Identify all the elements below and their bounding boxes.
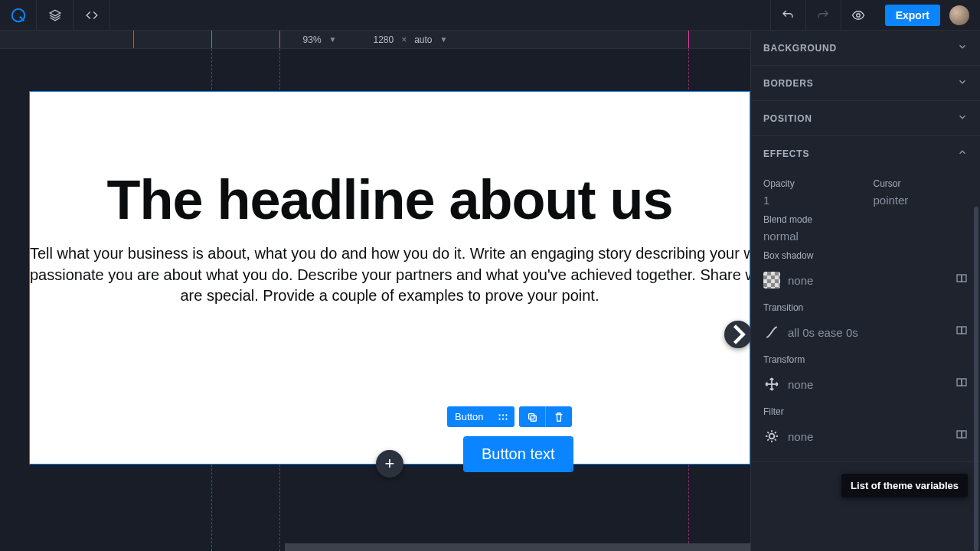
effects-body: Opacity 1 Cursor pointer Blend mode norm… <box>751 171 980 461</box>
section-title: EFFECTS <box>763 148 809 159</box>
section-title: BACKGROUND <box>763 43 837 54</box>
book-icon[interactable] <box>956 272 968 288</box>
section-card[interactable]: The headline about us Tell what your bus… <box>29 91 750 465</box>
section-head-borders[interactable]: BORDERS <box>751 66 980 100</box>
headline-text[interactable]: The headline about us <box>30 168 750 231</box>
brightness-icon[interactable] <box>763 428 780 445</box>
ruler-guide-magenta-2[interactable] <box>279 31 280 48</box>
height-caret-icon[interactable]: ▼ <box>440 35 448 44</box>
book-icon[interactable] <box>956 324 968 340</box>
properties-panel: BACKGROUND BORDERS POSITION EFFECTS Opac… <box>750 31 980 551</box>
paragraph-text[interactable]: Tell what your business is about, what y… <box>30 243 750 307</box>
top-bar: Export <box>0 0 980 31</box>
move-icon[interactable] <box>763 376 780 393</box>
undo-button[interactable] <box>770 0 805 31</box>
selection-actions <box>519 406 572 427</box>
filter-label: Filter <box>763 406 968 417</box>
ruler-guide-blue[interactable] <box>133 31 134 48</box>
selection-label: Button <box>447 406 492 427</box>
svg-point-2 <box>498 414 500 416</box>
section-head-background[interactable]: BACKGROUND <box>751 31 980 65</box>
cursor-input[interactable]: pointer <box>874 194 969 207</box>
svg-point-3 <box>501 414 503 416</box>
transform-input[interactable]: none <box>788 378 948 391</box>
svg-point-5 <box>498 418 500 419</box>
chevron-down-icon <box>957 112 968 125</box>
box-shadow-label: Box shadow <box>763 250 968 261</box>
box-shadow-input[interactable]: none <box>788 274 948 287</box>
book-icon[interactable] <box>956 377 968 392</box>
svg-rect-9 <box>531 416 536 421</box>
canvas[interactable]: The headline about us Tell what your bus… <box>0 49 750 551</box>
drag-handle-icon[interactable] <box>492 407 514 427</box>
transform-label: Transform <box>763 354 968 365</box>
app-logo[interactable] <box>0 0 37 31</box>
svg-point-4 <box>505 414 507 416</box>
blend-mode-label: Blend mode <box>763 214 968 225</box>
blend-mode-input[interactable]: normal <box>763 230 968 243</box>
chevron-up-icon <box>957 147 968 160</box>
dimension-separator: × <box>401 34 407 45</box>
filter-input[interactable]: none <box>788 430 948 443</box>
section-head-effects[interactable]: EFFECTS <box>751 136 980 171</box>
chevron-down-icon <box>957 41 968 54</box>
button-element[interactable]: Button text <box>465 438 572 471</box>
chevron-down-icon <box>957 77 968 90</box>
canvas-height-value[interactable]: auto <box>414 34 432 45</box>
easing-icon[interactable] <box>763 324 780 341</box>
ruler-guide-magenta-3[interactable] <box>688 31 689 48</box>
opacity-label: Opacity <box>763 178 858 189</box>
preview-button[interactable] <box>841 0 876 31</box>
ruler-guide-magenta[interactable] <box>211 31 212 48</box>
transition-input[interactable]: all 0s ease 0s <box>788 326 948 339</box>
svg-point-6 <box>501 418 503 419</box>
avatar[interactable] <box>949 5 969 25</box>
ruler-bar: 93% ▼ 1280 × auto ▼ <box>0 31 750 49</box>
zoom-value[interactable]: 93% <box>303 34 322 45</box>
opacity-input[interactable]: 1 <box>763 194 858 207</box>
add-section-button[interactable]: + <box>376 450 403 478</box>
book-icon[interactable] <box>956 429 968 444</box>
zoom-caret-icon[interactable]: ▼ <box>329 35 337 44</box>
toggle-panel-button[interactable] <box>724 321 750 348</box>
panel-scrollbar[interactable] <box>974 207 978 551</box>
section-title: BORDERS <box>763 78 814 89</box>
transition-label: Transition <box>763 302 968 313</box>
box-shadow-swatch[interactable] <box>763 272 780 289</box>
section-title: POSITION <box>763 113 812 124</box>
code-button[interactable] <box>74 0 110 31</box>
svg-point-10 <box>769 434 775 439</box>
export-button[interactable]: Export <box>885 5 940 26</box>
cursor-label: Cursor <box>874 178 969 189</box>
redo-button[interactable] <box>805 0 841 31</box>
tooltip-theme-variables: List of theme variables <box>841 474 968 497</box>
workspace: 93% ▼ 1280 × auto ▼ The headline about u… <box>0 31 750 551</box>
section-head-position[interactable]: POSITION <box>751 101 980 135</box>
zoom-controls[interactable]: 93% ▼ 1280 × auto ▼ <box>303 34 448 45</box>
next-section-preview[interactable] <box>285 543 750 551</box>
svg-point-7 <box>505 418 507 419</box>
delete-button[interactable] <box>545 406 572 427</box>
svg-rect-8 <box>528 413 534 419</box>
layers-button[interactable] <box>37 0 74 31</box>
selection-toolbar: Button <box>447 406 572 427</box>
selection-chip[interactable]: Button <box>447 406 514 427</box>
duplicate-button[interactable] <box>519 406 545 427</box>
svg-point-1 <box>857 13 861 17</box>
canvas-width-value[interactable]: 1280 <box>373 34 394 45</box>
